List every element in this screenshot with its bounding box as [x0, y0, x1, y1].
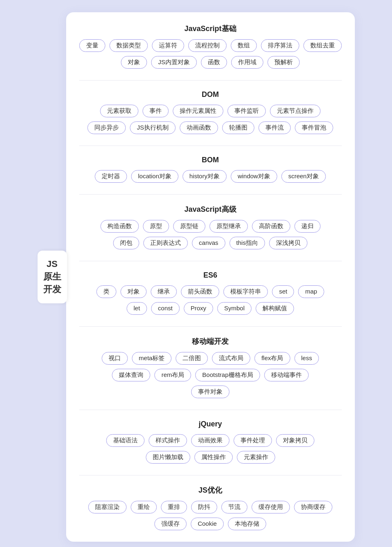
section-divider	[79, 410, 342, 410]
section-divider	[79, 194, 342, 195]
tag-item: 视口	[102, 352, 128, 365]
tag-item: 对象	[121, 56, 147, 69]
tag-item: 重排	[161, 501, 187, 513]
tags-row-js-advanced-1: 闭包正则表达式canvasthis指向深浅拷贝	[79, 237, 342, 249]
tag-item: 防抖	[191, 501, 217, 513]
main-card: JavaScript基础变量数据类型运算符流程控制数组排序算法数组去重对象JS内…	[66, 12, 355, 542]
tag-item: 节流	[221, 501, 247, 513]
tag-item: 数组	[231, 39, 257, 52]
tag-item: 运算符	[152, 39, 184, 52]
tags-row-mobile-dev-2: 事件对象	[79, 386, 342, 398]
section-divider	[79, 326, 342, 327]
tag-item: 作用域	[231, 56, 263, 69]
tag-item: Cookie	[191, 518, 224, 530]
section-title-dom: DOM	[79, 90, 342, 99]
tag-item: canvas	[192, 237, 225, 249]
tag-item: 闭包	[113, 237, 139, 249]
tags-row-js-basics-0: 变量数据类型运算符流程控制数组排序算法数组去重	[79, 39, 342, 52]
tag-item: 正则表达式	[143, 237, 188, 249]
tags-row-mobile-dev-1: 媒体查询rem布局Bootstrap栅格布局移动端事件	[79, 369, 342, 381]
tag-item: const	[151, 302, 180, 315]
tag-item: Symbol	[217, 302, 252, 315]
tag-item: rem布局	[154, 369, 191, 381]
tag-item: 模板字符串	[223, 285, 268, 298]
tag-item: Bootstrap栅格布局	[195, 369, 260, 381]
tag-item: 二倍图	[176, 352, 208, 365]
tag-item: screen对象	[281, 170, 326, 183]
tag-item: 变量	[79, 39, 105, 52]
tag-item: 数组去重	[303, 39, 342, 52]
side-label-line1: JS	[43, 258, 61, 271]
tags-row-js-optimize-1: 强缓存Cookie本地存储	[79, 518, 342, 530]
tags-row-js-optimize-0: 阻塞渲染重绘重排防抖节流缓存使用协商缓存	[79, 501, 342, 513]
tags-row-dom-1: 同步异步JS执行机制动画函数轮播图事件流事件冒泡	[79, 121, 342, 134]
section-title-bom: BOM	[79, 156, 342, 164]
section-title-jquery: jQuery	[79, 420, 342, 428]
section-title-js-optimize: JS优化	[79, 485, 342, 495]
tag-item: 基础语法	[106, 434, 145, 447]
tag-item: 动画效果	[191, 434, 229, 447]
tag-item: 重绘	[131, 501, 157, 513]
tags-row-jquery-0: 基础语法样式操作动画效果事件处理对象拷贝	[79, 434, 342, 447]
side-label-line3: 开发	[43, 283, 61, 296]
section-title-mobile-dev: 移动端开发	[79, 336, 342, 346]
tag-item: meta标签	[132, 352, 172, 365]
tag-item: less	[294, 352, 319, 365]
tag-item: 缓存使用	[252, 501, 290, 513]
section-divider	[79, 261, 342, 261]
tag-item: this指向	[229, 237, 265, 249]
side-label-line2: 原生	[43, 271, 61, 283]
tag-item: window对象	[231, 170, 277, 183]
tag-item: 元素操作	[237, 451, 275, 464]
tag-item: 原型继承	[209, 220, 248, 233]
tag-item: 数据类型	[109, 39, 148, 52]
tag-item: 解构赋值	[256, 302, 294, 315]
tag-item: 对象拷贝	[276, 434, 314, 447]
section-divider	[79, 475, 342, 475]
section-mobile-dev: 移动端开发视口meta标签二倍图流式布局flex布局less媒体查询rem布局B…	[79, 336, 342, 398]
tag-item: 递归	[294, 220, 321, 233]
section-es6: ES6类对象继承箭头函数模板字符串setmapletconstProxySymb…	[79, 271, 342, 315]
tag-item: let	[127, 302, 147, 315]
section-js-advanced: JavaScript高级构造函数原型原型链原型继承高阶函数递归闭包正则表达式ca…	[79, 204, 342, 249]
section-bom: BOM定时器location对象history对象window对象screen对…	[79, 156, 342, 183]
tags-row-bom-0: 定时器location对象history对象window对象screen对象	[79, 170, 342, 183]
side-label: JS 原生 开发	[38, 251, 67, 303]
tags-row-es6-0: 类对象继承箭头函数模板字符串setmap	[79, 285, 342, 298]
tag-item: 高阶函数	[252, 220, 290, 233]
section-jquery: jQuery基础语法样式操作动画效果事件处理对象拷贝图片懒加载属性操作元素操作	[79, 420, 342, 464]
tag-item: location对象	[131, 170, 178, 183]
tag-item: 图片懒加载	[146, 451, 190, 464]
tag-item: 事件对象	[191, 386, 229, 398]
tags-row-dom-0: 元素获取事件操作元素属性事件监听元素节点操作	[79, 105, 342, 117]
tag-item: 事件处理	[234, 434, 272, 447]
tag-item: 原型链	[173, 220, 205, 233]
tags-row-jquery-1: 图片懒加载属性操作元素操作	[79, 451, 342, 464]
tag-item: 动画函数	[180, 121, 218, 134]
tag-item: 函数	[201, 56, 227, 69]
section-divider	[79, 146, 342, 146]
tag-item: 事件	[143, 105, 169, 117]
tag-item: 移动端事件	[264, 369, 309, 381]
tag-item: 事件流	[258, 121, 291, 134]
tag-item: 属性操作	[194, 451, 233, 464]
tag-item: 同步异步	[87, 121, 126, 134]
tag-item: 预解析	[267, 56, 300, 69]
tag-item: 对象	[120, 285, 147, 298]
tag-item: 元素节点操作	[270, 105, 321, 117]
tag-item: 事件监听	[227, 105, 266, 117]
tag-item: 构造函数	[100, 220, 139, 233]
tag-item: 箭头函数	[181, 285, 219, 298]
section-title-es6: ES6	[79, 271, 342, 280]
tags-row-es6-1: letconstProxySymbol解构赋值	[79, 302, 342, 315]
tag-item: 继承	[151, 285, 177, 298]
tag-item: 事件冒泡	[295, 121, 333, 134]
tag-item: set	[272, 285, 294, 298]
tags-row-js-advanced-0: 构造函数原型原型链原型继承高阶函数递归	[79, 220, 342, 233]
tag-item: 定时器	[95, 170, 127, 183]
tag-item: 强缓存	[154, 518, 187, 530]
tag-item: history对象	[183, 170, 227, 183]
tag-item: flex布局	[254, 352, 290, 365]
tags-row-js-basics-1: 对象JS内置对象函数作用域预解析	[79, 56, 342, 69]
tag-item: map	[298, 285, 324, 298]
